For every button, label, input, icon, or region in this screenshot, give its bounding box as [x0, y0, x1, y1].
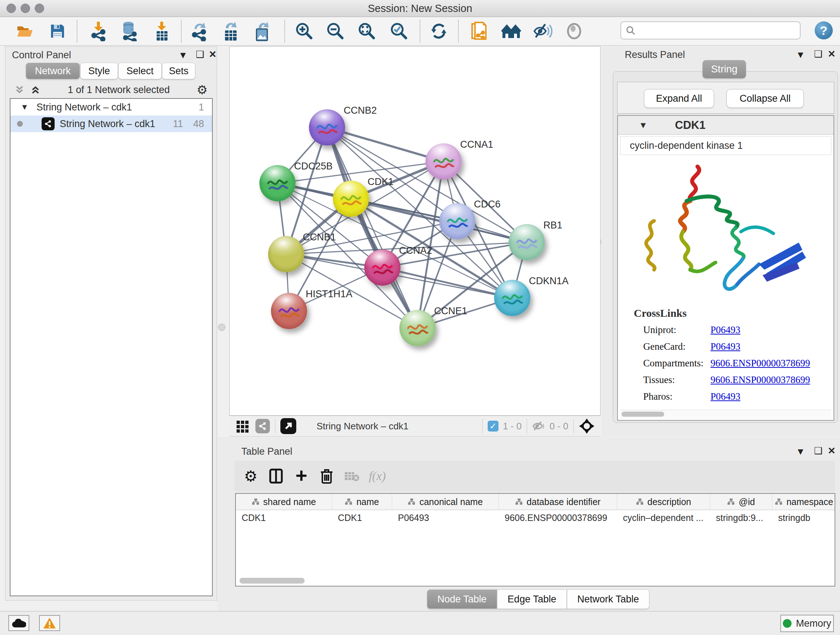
search-input[interactable]: [621, 21, 801, 40]
selected-checkbox-icon[interactable]: ✓: [488, 421, 499, 432]
delete-table-icon[interactable]: [339, 465, 365, 487]
column-header-namespace[interactable]: namespace: [772, 494, 835, 510]
scrollbar-handle[interactable]: [622, 412, 664, 417]
tab-sets[interactable]: Sets: [162, 63, 195, 79]
memory-button[interactable]: Memory: [780, 615, 834, 632]
panel-float-icon[interactable]: ❑: [196, 49, 204, 60]
panel-close-icon[interactable]: ✕: [828, 445, 836, 456]
collapse-all-icon[interactable]: [14, 84, 25, 95]
tab-network[interactable]: Network: [26, 63, 80, 79]
collapse-triangle-icon[interactable]: ▼: [21, 103, 28, 112]
crosslink-compartments[interactable]: 9606.ENSP00000378699: [711, 358, 810, 369]
add-column-icon[interactable]: +: [289, 464, 314, 488]
birdseye-grid-icon[interactable]: [236, 419, 249, 433]
network-overview-icon[interactable]: [501, 21, 522, 42]
export-table-icon[interactable]: [220, 21, 241, 42]
table-cell[interactable]: CDK1: [332, 510, 392, 525]
zoom-fit-icon[interactable]: [356, 21, 377, 42]
network-node-ccne1[interactable]: [399, 310, 436, 346]
panel-close-icon[interactable]: ✕: [209, 49, 217, 60]
protein-card-header[interactable]: ▼ CDK1: [618, 116, 834, 135]
table-cell[interactable]: stringdb:9...: [710, 510, 772, 525]
panel-float-icon[interactable]: ❑: [814, 49, 822, 60]
network-node-cdk1[interactable]: [333, 181, 369, 217]
tab-edge-table[interactable]: Edge Table: [497, 589, 567, 609]
network-node-cdc25b[interactable]: [259, 165, 295, 201]
node-table[interactable]: shared namenamecanonical namedatabase id…: [235, 493, 835, 586]
tab-string[interactable]: String: [703, 60, 746, 78]
network-node-ccna2[interactable]: [364, 249, 401, 286]
column-header-database-identifier[interactable]: database identifier: [499, 494, 617, 510]
table-cell[interactable]: 9606.ENSP00000378699: [499, 510, 617, 525]
expand-all-icon[interactable]: [30, 84, 41, 95]
table-horizontal-scrollbar[interactable]: [237, 576, 834, 585]
column-header-name[interactable]: name: [332, 494, 392, 510]
network-node-cdkn1a[interactable]: [494, 280, 531, 316]
show-hide-icon[interactable]: [532, 21, 553, 42]
table-settings-gear-icon[interactable]: ⚙: [238, 465, 264, 487]
tab-node-table[interactable]: Node Table: [427, 589, 497, 609]
import-network-database-icon[interactable]: [118, 21, 139, 42]
collapse-triangle-icon[interactable]: ▼: [639, 120, 647, 130]
column-type-icon: [636, 498, 644, 506]
network-canvas[interactable]: CCNB2CCNA1CDC25BCDK1CDC6RB1CCNB1CCNA2CDK…: [229, 46, 600, 416]
column-header-shared-name[interactable]: shared name: [236, 494, 332, 510]
panel-float-icon[interactable]: ❑: [814, 445, 822, 456]
string-protein-query-icon[interactable]: [469, 21, 489, 42]
table-cell[interactable]: P06493: [392, 510, 499, 525]
hidden-eye-icon[interactable]: [532, 420, 545, 432]
results-horizontal-scrollbar[interactable]: [620, 410, 831, 419]
panel-menu-icon[interactable]: ▼: [796, 49, 805, 60]
table-cell[interactable]: CDK1: [236, 510, 332, 525]
network-node-ccnb1[interactable]: [268, 236, 304, 272]
crosslink-genecard[interactable]: P06493: [711, 341, 741, 352]
delete-column-icon[interactable]: [314, 465, 339, 487]
import-network-file-icon[interactable]: [88, 21, 109, 42]
tab-style[interactable]: Style: [80, 63, 118, 79]
zoom-in-icon[interactable]: [294, 21, 315, 42]
help-button[interactable]: ?: [815, 21, 833, 40]
network-node-cdc6[interactable]: [439, 203, 475, 239]
highlight-eye-icon[interactable]: [564, 21, 584, 42]
tab-network-table[interactable]: Network Table: [567, 589, 650, 609]
export-network-icon[interactable]: [188, 21, 210, 42]
zoom-selected-icon[interactable]: [388, 21, 409, 42]
network-share-icon[interactable]: [256, 419, 270, 433]
network-row-selected[interactable]: String Network – cdk1 11 48: [11, 116, 212, 132]
network-node-rb1[interactable]: [508, 224, 545, 260]
tab-select[interactable]: Select: [118, 63, 162, 79]
crosslink-tissues[interactable]: 9606.ENSP00000378699: [711, 374, 810, 386]
open-in-window-icon[interactable]: [280, 418, 296, 434]
network-collection-row[interactable]: ▼ String Network – cdk1 1: [11, 99, 212, 116]
function-builder-icon[interactable]: f(x): [365, 465, 390, 487]
open-session-icon[interactable]: [14, 21, 35, 42]
cloud-button[interactable]: [8, 615, 29, 631]
network-node-hist1h1a[interactable]: [271, 293, 307, 329]
scrollbar-handle[interactable]: [240, 578, 305, 584]
column-header-canonical-name[interactable]: canonical name: [392, 494, 499, 510]
column-header-description[interactable]: description: [617, 494, 710, 510]
table-cell[interactable]: stringdb: [772, 510, 835, 525]
export-image-icon[interactable]: [252, 21, 273, 42]
column-header--id[interactable]: @id: [710, 494, 772, 510]
zoom-out-icon[interactable]: [325, 21, 346, 42]
table-cell[interactable]: cyclin–dependent ...: [617, 510, 710, 525]
left-splitter-handle[interactable]: [218, 324, 225, 331]
import-table-icon[interactable]: [151, 21, 172, 42]
gear-icon[interactable]: ⚙: [197, 82, 208, 97]
network-node-ccnb2[interactable]: [309, 109, 345, 146]
panel-close-icon[interactable]: ✕: [828, 49, 836, 60]
panel-menu-icon[interactable]: ▼: [178, 50, 188, 61]
crosslink-pharos[interactable]: P06493: [711, 391, 741, 402]
fit-selected-crosshair-icon[interactable]: [579, 418, 595, 434]
network-node-ccna1[interactable]: [425, 143, 462, 180]
save-session-icon[interactable]: [47, 21, 68, 42]
warning-button[interactable]: [39, 615, 60, 631]
apply-layout-icon[interactable]: [428, 21, 449, 42]
table-row[interactable]: CDK1CDK1P064939606.ENSP00000378699cyclin…: [236, 510, 835, 525]
show-columns-icon[interactable]: [264, 465, 289, 487]
panel-menu-icon[interactable]: ▼: [796, 446, 805, 457]
collapse-all-button[interactable]: Collapse All: [726, 89, 804, 108]
crosslink-uniprot[interactable]: P06493: [711, 325, 741, 336]
expand-all-button[interactable]: Expand All: [644, 89, 714, 108]
